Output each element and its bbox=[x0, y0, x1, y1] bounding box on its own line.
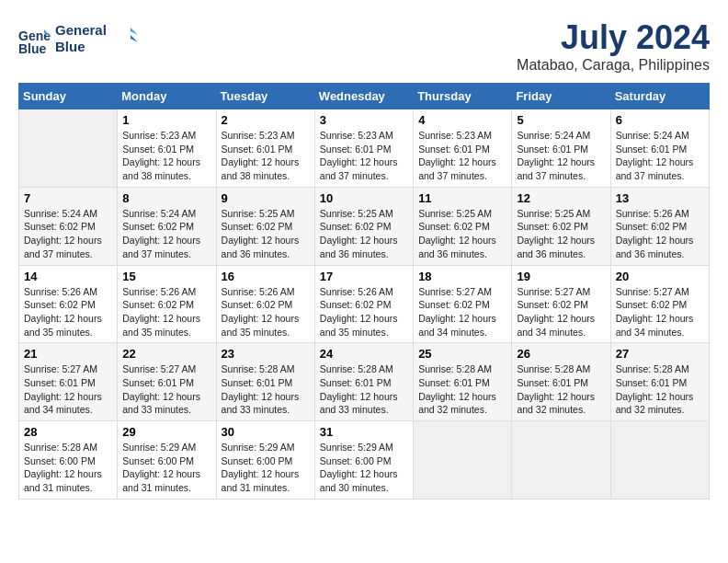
svg-text:Blue: Blue bbox=[18, 41, 47, 55]
cell-info: Sunrise: 5:27 AMSunset: 6:01 PMDaylight:… bbox=[24, 362, 112, 417]
calendar-cell: 6Sunrise: 5:24 AMSunset: 6:01 PMDaylight… bbox=[610, 109, 709, 188]
cell-info: Sunrise: 5:25 AMSunset: 6:02 PMDaylight:… bbox=[320, 207, 408, 261]
calendar-cell bbox=[610, 421, 709, 500]
location-title: Matabao, Caraga, Philippines bbox=[517, 57, 710, 74]
calendar-cell: 13Sunrise: 5:26 AMSunset: 6:02 PMDayligh… bbox=[610, 187, 709, 265]
calendar-cell: 26Sunrise: 5:28 AMSunset: 6:01 PMDayligh… bbox=[512, 343, 610, 421]
cell-info: Sunrise: 5:23 AMSunset: 6:01 PMDaylight:… bbox=[122, 129, 210, 183]
day-number: 4 bbox=[418, 113, 506, 127]
cell-info: Sunrise: 5:26 AMSunset: 6:02 PMDaylight:… bbox=[616, 207, 704, 261]
svg-text:General: General bbox=[55, 22, 107, 38]
cell-info: Sunrise: 5:29 AMSunset: 6:00 PMDaylight:… bbox=[222, 441, 310, 495]
svg-text:Blue: Blue bbox=[55, 39, 85, 54]
cell-info: Sunrise: 5:28 AMSunset: 6:01 PMDaylight:… bbox=[418, 362, 506, 417]
cell-info: Sunrise: 5:27 AMSunset: 6:02 PMDaylight:… bbox=[616, 285, 704, 339]
day-number: 20 bbox=[616, 270, 704, 283]
calendar-cell: 29Sunrise: 5:29 AMSunset: 6:00 PMDayligh… bbox=[118, 421, 216, 500]
calendar-cell bbox=[19, 109, 118, 188]
day-number: 6 bbox=[616, 113, 704, 127]
calendar-cell: 4Sunrise: 5:23 AMSunset: 6:01 PMDaylight… bbox=[414, 109, 512, 188]
day-number: 1 bbox=[122, 113, 210, 127]
cell-info: Sunrise: 5:28 AMSunset: 6:01 PMDaylight:… bbox=[222, 362, 310, 417]
calendar-cell: 15Sunrise: 5:26 AMSunset: 6:02 PMDayligh… bbox=[118, 265, 216, 343]
month-year-title: July 2024 bbox=[517, 18, 710, 57]
logo: General Blue General Blue bbox=[18, 18, 138, 60]
title-area: July 2024 Matabao, Caraga, Philippines bbox=[517, 18, 710, 74]
day-number: 24 bbox=[320, 347, 408, 361]
cell-info: Sunrise: 5:25 AMSunset: 6:02 PMDaylight:… bbox=[222, 207, 310, 261]
day-number: 19 bbox=[517, 270, 605, 283]
cell-info: Sunrise: 5:24 AMSunset: 6:02 PMDaylight:… bbox=[24, 207, 112, 261]
cell-info: Sunrise: 5:28 AMSunset: 6:01 PMDaylight:… bbox=[616, 362, 704, 417]
cell-info: Sunrise: 5:29 AMSunset: 6:00 PMDaylight:… bbox=[122, 441, 210, 495]
day-number: 22 bbox=[122, 347, 210, 361]
calendar-cell: 3Sunrise: 5:23 AMSunset: 6:01 PMDaylight… bbox=[314, 109, 413, 188]
calendar-cell: 8Sunrise: 5:24 AMSunset: 6:02 PMDaylight… bbox=[118, 187, 216, 265]
day-number: 5 bbox=[517, 113, 605, 127]
weekday-header-row: SundayMondayTuesdayWednesdayThursdayFrid… bbox=[19, 84, 710, 109]
calendar-cell: 9Sunrise: 5:25 AMSunset: 6:02 PMDaylight… bbox=[216, 187, 314, 265]
cell-info: Sunrise: 5:24 AMSunset: 6:01 PMDaylight:… bbox=[517, 129, 605, 183]
calendar-cell: 23Sunrise: 5:28 AMSunset: 6:01 PMDayligh… bbox=[216, 343, 314, 421]
cell-info: Sunrise: 5:28 AMSunset: 6:01 PMDaylight:… bbox=[320, 362, 408, 417]
cell-info: Sunrise: 5:23 AMSunset: 6:01 PMDaylight:… bbox=[320, 129, 408, 183]
cell-info: Sunrise: 5:27 AMSunset: 6:02 PMDaylight:… bbox=[418, 285, 506, 339]
day-number: 2 bbox=[222, 113, 310, 127]
calendar-cell: 30Sunrise: 5:29 AMSunset: 6:00 PMDayligh… bbox=[216, 421, 314, 500]
weekday-header-tuesday: Tuesday bbox=[216, 84, 314, 109]
calendar-cell: 21Sunrise: 5:27 AMSunset: 6:01 PMDayligh… bbox=[19, 343, 118, 421]
week-row-5: 28Sunrise: 5:28 AMSunset: 6:00 PMDayligh… bbox=[19, 421, 710, 500]
calendar-cell: 16Sunrise: 5:26 AMSunset: 6:02 PMDayligh… bbox=[216, 265, 314, 343]
day-number: 7 bbox=[24, 191, 112, 205]
week-row-4: 21Sunrise: 5:27 AMSunset: 6:01 PMDayligh… bbox=[19, 343, 710, 421]
day-number: 25 bbox=[418, 347, 506, 361]
calendar-cell bbox=[414, 421, 512, 500]
weekday-header-friday: Friday bbox=[512, 84, 610, 109]
logo-icon: General Blue bbox=[18, 22, 51, 55]
weekday-header-monday: Monday bbox=[118, 84, 216, 109]
page-header: General Blue General Blue July 2024 Mata… bbox=[18, 18, 710, 74]
weekday-header-saturday: Saturday bbox=[610, 84, 709, 109]
calendar-cell: 22Sunrise: 5:27 AMSunset: 6:01 PMDayligh… bbox=[118, 343, 216, 421]
calendar-cell: 20Sunrise: 5:27 AMSunset: 6:02 PMDayligh… bbox=[610, 265, 709, 343]
calendar-cell: 31Sunrise: 5:29 AMSunset: 6:00 PMDayligh… bbox=[314, 421, 413, 500]
weekday-header-thursday: Thursday bbox=[414, 84, 512, 109]
day-number: 31 bbox=[320, 425, 408, 439]
calendar-cell: 12Sunrise: 5:25 AMSunset: 6:02 PMDayligh… bbox=[512, 187, 610, 265]
calendar-cell: 7Sunrise: 5:24 AMSunset: 6:02 PMDaylight… bbox=[19, 187, 118, 265]
cell-info: Sunrise: 5:27 AMSunset: 6:01 PMDaylight:… bbox=[122, 362, 210, 417]
calendar-cell bbox=[512, 421, 610, 500]
week-row-2: 7Sunrise: 5:24 AMSunset: 6:02 PMDaylight… bbox=[19, 187, 710, 265]
svg-marker-5 bbox=[131, 28, 138, 35]
cell-info: Sunrise: 5:23 AMSunset: 6:01 PMDaylight:… bbox=[222, 129, 310, 183]
cell-info: Sunrise: 5:24 AMSunset: 6:02 PMDaylight:… bbox=[122, 207, 210, 261]
cell-info: Sunrise: 5:29 AMSunset: 6:00 PMDaylight:… bbox=[320, 441, 408, 495]
day-number: 8 bbox=[122, 191, 210, 205]
day-number: 27 bbox=[616, 347, 704, 361]
calendar-cell: 24Sunrise: 5:28 AMSunset: 6:01 PMDayligh… bbox=[314, 343, 413, 421]
calendar-cell: 14Sunrise: 5:26 AMSunset: 6:02 PMDayligh… bbox=[19, 265, 118, 343]
calendar-cell: 10Sunrise: 5:25 AMSunset: 6:02 PMDayligh… bbox=[314, 187, 413, 265]
day-number: 16 bbox=[222, 270, 310, 283]
svg-marker-6 bbox=[131, 35, 138, 42]
day-number: 14 bbox=[24, 270, 112, 283]
week-row-3: 14Sunrise: 5:26 AMSunset: 6:02 PMDayligh… bbox=[19, 265, 710, 343]
day-number: 13 bbox=[616, 191, 704, 205]
cell-info: Sunrise: 5:28 AMSunset: 6:00 PMDaylight:… bbox=[24, 441, 112, 495]
day-number: 29 bbox=[122, 425, 210, 439]
day-number: 10 bbox=[320, 191, 408, 205]
day-number: 9 bbox=[222, 191, 310, 205]
cell-info: Sunrise: 5:26 AMSunset: 6:02 PMDaylight:… bbox=[122, 285, 210, 339]
calendar-cell: 28Sunrise: 5:28 AMSunset: 6:00 PMDayligh… bbox=[19, 421, 118, 500]
day-number: 28 bbox=[24, 425, 112, 439]
calendar-cell: 1Sunrise: 5:23 AMSunset: 6:01 PMDaylight… bbox=[118, 109, 216, 188]
cell-info: Sunrise: 5:28 AMSunset: 6:01 PMDaylight:… bbox=[517, 362, 605, 417]
weekday-header-sunday: Sunday bbox=[19, 84, 118, 109]
weekday-header-wednesday: Wednesday bbox=[314, 84, 413, 109]
cell-info: Sunrise: 5:25 AMSunset: 6:02 PMDaylight:… bbox=[418, 207, 506, 261]
cell-info: Sunrise: 5:26 AMSunset: 6:02 PMDaylight:… bbox=[24, 285, 112, 339]
day-number: 3 bbox=[320, 113, 408, 127]
calendar-cell: 17Sunrise: 5:26 AMSunset: 6:02 PMDayligh… bbox=[314, 265, 413, 343]
day-number: 30 bbox=[222, 425, 310, 439]
day-number: 11 bbox=[418, 191, 506, 205]
